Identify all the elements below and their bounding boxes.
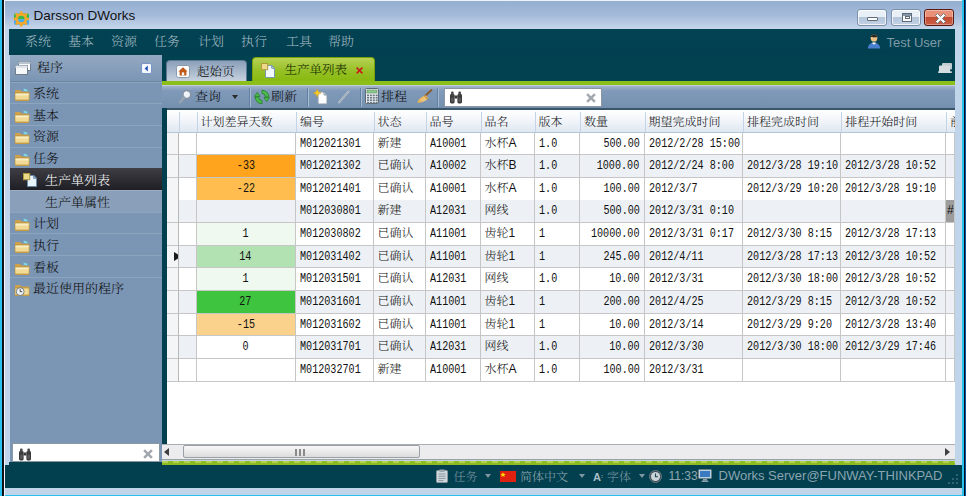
svg-text:A: A [593,471,601,482]
svg-text::: : [601,473,603,479]
